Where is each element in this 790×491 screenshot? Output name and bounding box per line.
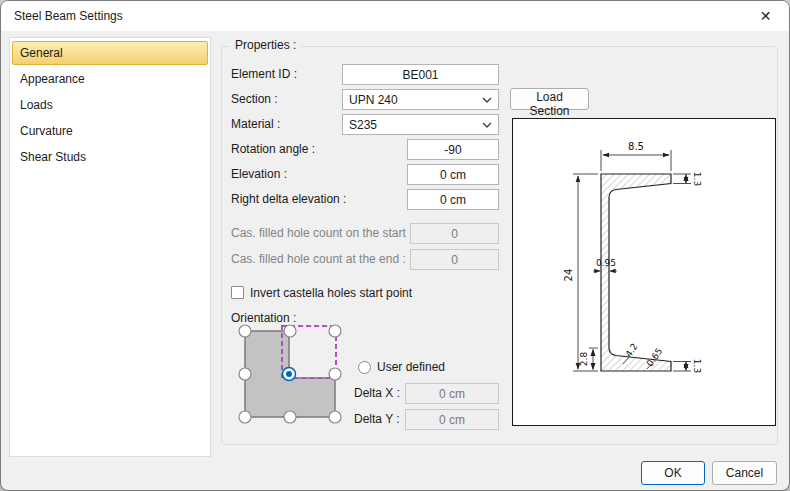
cancel-button[interactable]: Cancel bbox=[712, 461, 777, 485]
delta-y-label: Delta Y : bbox=[354, 409, 400, 430]
material-label: Material : bbox=[231, 114, 280, 135]
section-drawing: 8.5 1.3 24 0.95 2.8 bbox=[513, 119, 775, 425]
orientation-anchor-widget bbox=[232, 323, 348, 429]
right-delta-elevation-input[interactable] bbox=[407, 189, 499, 210]
chevron-down-icon bbox=[482, 122, 492, 128]
properties-groupbox: Properties : Element ID : Section : UPN … bbox=[221, 46, 778, 445]
orientation-anchor-middle-right[interactable] bbox=[329, 368, 341, 380]
orientation-anchor-top-left[interactable] bbox=[239, 325, 251, 337]
dim-top-width: 8.5 bbox=[628, 141, 644, 152]
dim-bottom-flange-thickness: 1.3 bbox=[692, 359, 702, 373]
section-label: Section : bbox=[231, 89, 278, 110]
steel-beam-settings-dialog: Steel Beam Settings ✕ General Appearance… bbox=[0, 0, 790, 491]
delta-x-label: Delta X : bbox=[354, 383, 400, 404]
dim-web-thickness: 0.95 bbox=[596, 258, 616, 268]
invert-castella-label: Invert castella holes start point bbox=[250, 283, 412, 304]
invert-castella-checkbox[interactable] bbox=[231, 286, 244, 299]
titlebar: Steel Beam Settings ✕ bbox=[1, 1, 789, 31]
element-id-label: Element ID : bbox=[231, 64, 297, 85]
sidebar-item-appearance[interactable]: Appearance bbox=[12, 67, 208, 91]
orientation-anchor-top-right[interactable] bbox=[329, 325, 341, 337]
cas-hole-start-input bbox=[410, 223, 499, 244]
element-id-input[interactable] bbox=[342, 64, 499, 85]
orientation-anchor-top-center[interactable] bbox=[284, 325, 296, 337]
user-defined-radio[interactable] bbox=[358, 361, 371, 374]
window-title: Steel Beam Settings bbox=[14, 9, 123, 23]
category-list: General Appearance Loads Curvature Shear… bbox=[9, 37, 211, 457]
chevron-down-icon bbox=[482, 97, 492, 103]
delta-y-input bbox=[405, 409, 499, 430]
channel-section-shape bbox=[601, 174, 671, 371]
sidebar-item-general[interactable]: General bbox=[12, 41, 208, 65]
cas-hole-start-label: Cas. filled hole count on the start : bbox=[231, 223, 412, 244]
material-value: S235 bbox=[349, 118, 377, 132]
material-combobox[interactable]: S235 bbox=[342, 114, 499, 135]
dim-height: 24 bbox=[563, 269, 574, 282]
rotation-angle-input[interactable] bbox=[407, 139, 499, 160]
user-defined-label: User defined bbox=[377, 357, 445, 378]
orientation-anchor-bottom-right[interactable] bbox=[329, 411, 341, 423]
elevation-input[interactable] bbox=[407, 164, 499, 185]
section-value: UPN 240 bbox=[349, 93, 398, 107]
cas-hole-end-label: Cas. filled hole count at the end : bbox=[231, 249, 406, 270]
properties-legend: Properties : bbox=[230, 38, 301, 52]
delta-x-input bbox=[405, 383, 499, 404]
section-preview-panel: 8.5 1.3 24 0.95 2.8 bbox=[512, 118, 776, 426]
orientation-anchor-bottom-center[interactable] bbox=[284, 411, 296, 423]
ok-button[interactable]: OK bbox=[641, 461, 705, 485]
orientation-anchor-bottom-left[interactable] bbox=[239, 411, 251, 423]
sidebar-item-loads[interactable]: Loads bbox=[12, 93, 208, 117]
sidebar-item-shear-studs[interactable]: Shear Studs bbox=[12, 145, 208, 169]
elevation-label: Elevation : bbox=[231, 164, 287, 185]
cas-hole-end-input bbox=[410, 249, 499, 270]
dim-top-flange-thickness: 1.3 bbox=[692, 172, 702, 186]
dim-bottom-left: 2.8 bbox=[579, 352, 589, 367]
orientation-anchor-middle-left[interactable] bbox=[239, 368, 251, 380]
load-section-button[interactable]: Load Section bbox=[510, 88, 589, 110]
orientation-anchor-center-dot bbox=[286, 371, 292, 377]
section-combobox[interactable]: UPN 240 bbox=[342, 89, 499, 110]
close-icon: ✕ bbox=[760, 8, 772, 24]
right-delta-elevation-label: Right delta elevation : bbox=[231, 189, 346, 210]
sidebar-item-curvature[interactable]: Curvature bbox=[12, 119, 208, 143]
close-button[interactable]: ✕ bbox=[743, 2, 788, 30]
rotation-angle-label: Rotation angle : bbox=[231, 139, 315, 160]
